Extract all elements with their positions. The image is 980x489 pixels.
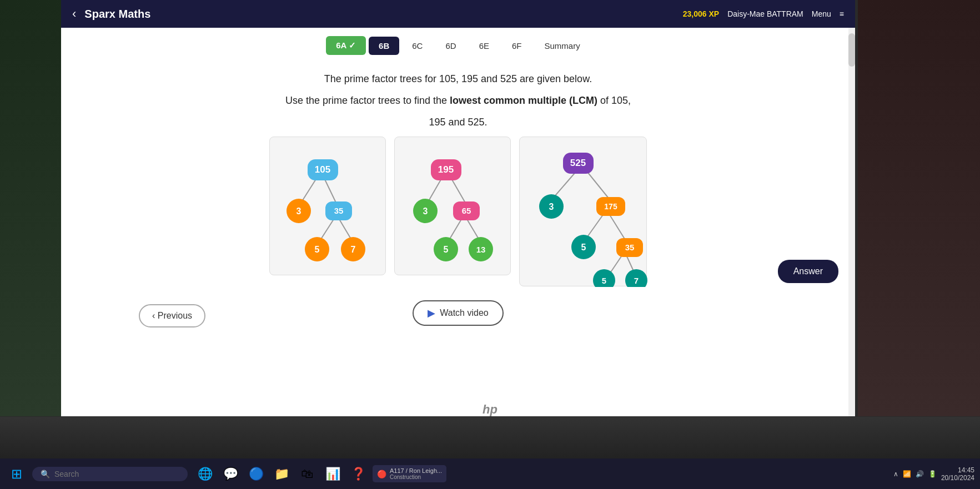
scrollbar[interactable]: [848, 28, 855, 416]
taskbar-app-label: A117 / Ron Leigh...: [390, 467, 442, 474]
hamburger-icon[interactable]: ≡: [840, 9, 844, 18]
taskbar-icon-help[interactable]: ❓: [348, 464, 368, 484]
tree-525-svg: 525 3 175 5 35 5: [520, 137, 647, 287]
node-5d: 5: [602, 276, 606, 285]
lcm-text: lowest common multiple (LCM): [450, 95, 597, 106]
clock: 14:45 20/10/2024: [941, 466, 974, 482]
node-7a: 7: [351, 245, 356, 254]
tab-bar: 6A ✓ 6B 6C 6D 6E 6F Summary: [61, 28, 855, 61]
tree-195-svg: 195 3 65 5 13: [395, 137, 511, 276]
question-line1: The prime factor trees for 105, 195 and …: [94, 72, 822, 87]
right-bezel: [858, 0, 980, 416]
scrollbar-thumb[interactable]: [848, 33, 855, 67]
node-3a: 3: [296, 206, 301, 216]
bottom-bezel: hp: [0, 417, 980, 458]
windows-icon: ⊞: [11, 466, 22, 482]
date-display: 20/10/2024: [941, 474, 974, 482]
volume-icon: 🔊: [916, 470, 924, 478]
taskbar-icon-browser[interactable]: 🌐: [195, 464, 215, 484]
battery-icon: 🔋: [928, 470, 937, 478]
tab-6a[interactable]: 6A ✓: [326, 36, 366, 55]
app-title: Sparx Maths: [84, 8, 150, 21]
node-35b: 35: [625, 243, 635, 252]
main-content: The prime factor trees for 105, 195 and …: [61, 61, 855, 345]
question-line2: Use the prime factor trees to find the l…: [94, 93, 822, 108]
xp-display: 23,006 XP: [683, 9, 719, 18]
tree-105: 105 3 35 5 7: [269, 137, 386, 275]
node-5b: 5: [444, 245, 449, 254]
taskbar-icon-edge[interactable]: 🔵: [246, 464, 266, 484]
taskbar: ⊞ 🔍 🌐 💬 🔵 📁 🛍 📊 ❓ 🔴 A117 /: [0, 458, 980, 489]
node-105: 105: [315, 164, 330, 175]
tab-6f[interactable]: 6F: [502, 37, 532, 55]
tab-6c[interactable]: 6C: [402, 37, 433, 55]
node-525: 525: [570, 158, 586, 168]
taskbar-icon-store[interactable]: 🛍: [297, 464, 317, 484]
tab-6e[interactable]: 6E: [469, 37, 499, 55]
answer-button[interactable]: Answer: [778, 260, 838, 283]
taskbar-icons: 🌐 💬 🔵 📁 🛍 📊 ❓: [195, 464, 368, 484]
username-display: Daisy-Mae BATTRAM: [727, 9, 803, 18]
node-65: 65: [462, 206, 471, 215]
previous-button[interactable]: ‹ Previous: [139, 304, 205, 327]
node-13: 13: [476, 245, 486, 254]
watch-video-button[interactable]: ▶ Watch video: [413, 300, 503, 326]
network-icon: 📶: [903, 470, 911, 478]
tree-105-svg: 105 3 35 5 7: [270, 137, 386, 276]
search-icon: 🔍: [41, 470, 50, 478]
tree-525: 525 3 175 5 35 5: [519, 137, 647, 286]
svg-line-21: [610, 215, 625, 240]
node-5c: 5: [581, 243, 586, 252]
taskbar-icon-files[interactable]: 📁: [272, 464, 292, 484]
taskbar-app[interactable]: 🔴 A117 / Ron Leigh... Construction: [373, 465, 446, 482]
node-175: 175: [604, 202, 617, 211]
tab-summary[interactable]: Summary: [535, 37, 590, 55]
svg-line-19: [585, 169, 609, 198]
node-5a: 5: [315, 245, 320, 254]
taskbar-app-sub: Construction: [390, 474, 442, 480]
taskbar-right: ∧ 📶 🔊 🔋 14:45 20/10/2024: [893, 466, 974, 482]
taskbar-app-info: A117 / Ron Leigh... Construction: [390, 467, 442, 480]
node-195: 195: [438, 164, 454, 175]
node-3c: 3: [549, 202, 554, 211]
start-button[interactable]: ⊞: [6, 463, 28, 485]
tab-6d[interactable]: 6D: [435, 37, 466, 55]
video-icon: ▶: [428, 307, 435, 319]
back-button[interactable]: ‹: [72, 7, 76, 21]
tree-195: 195 3 65 5 13: [394, 137, 511, 275]
screen: ‹ Sparx Maths 23,006 XP Daisy-Mae BATTRA…: [61, 0, 855, 416]
taskbar-icon-excel[interactable]: 📊: [323, 464, 343, 484]
taskbar-search-box[interactable]: 🔍: [32, 467, 188, 481]
menu-label[interactable]: Menu: [812, 9, 831, 18]
search-input[interactable]: [54, 470, 165, 478]
time-display: 14:45: [941, 466, 974, 474]
system-tray: ∧: [893, 470, 898, 478]
watch-video-label: Watch video: [440, 308, 488, 318]
node-3b: 3: [423, 206, 428, 216]
taskbar-icon-teams[interactable]: 💬: [220, 464, 240, 484]
header-bar: ‹ Sparx Maths 23,006 XP Daisy-Mae BATTRA…: [61, 0, 855, 28]
node-35a: 35: [334, 206, 344, 215]
hp-logo: hp: [483, 402, 497, 417]
trees-container: 105 3 35 5 7: [94, 137, 822, 286]
left-bezel: [0, 0, 61, 416]
question-line3: 195 and 525.: [94, 115, 822, 130]
tab-6b[interactable]: 6B: [369, 37, 399, 55]
node-7b: 7: [634, 276, 639, 285]
header-right: 23,006 XP Daisy-Mae BATTRAM Menu ≡: [683, 9, 844, 18]
